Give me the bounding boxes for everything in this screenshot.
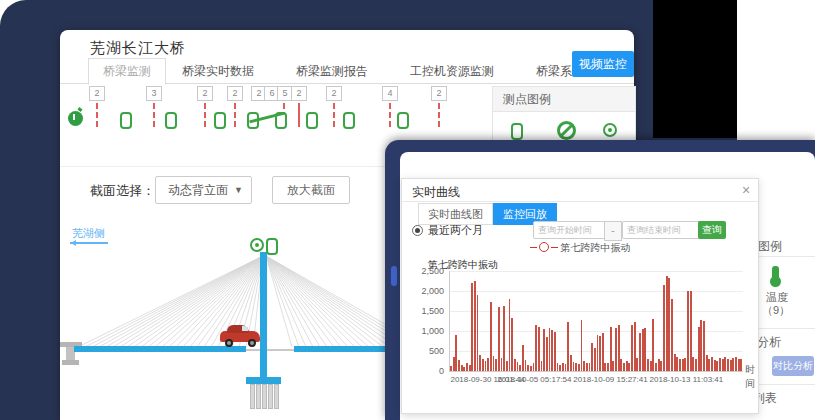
gridline: [450, 271, 743, 272]
y-tick-label: 2,000: [406, 286, 444, 296]
bridge-tower: [260, 252, 267, 379]
car-windshield: [242, 326, 248, 331]
sensor-count-badge: 2: [197, 86, 213, 101]
query-button[interactable]: 查询: [698, 221, 726, 239]
link-sensor-icon: [214, 112, 226, 129]
gridline: [450, 291, 743, 292]
camera-icon: [603, 123, 617, 137]
link-sensor-icon: [397, 112, 409, 129]
tab-3[interactable]: 桥梁监测报告: [282, 59, 382, 83]
temperature-count: （9）: [762, 303, 790, 318]
abutment-base: [62, 360, 79, 365]
background-window-corner: [737, 0, 815, 140]
sensor-count-badge: 2: [291, 86, 307, 101]
bridge-deck-left: [74, 346, 246, 352]
tower-camera-icon: [250, 238, 264, 252]
section-select-label: 截面选择：: [90, 182, 155, 200]
sensor-count-badge: 2: [431, 86, 447, 101]
chevron-down-icon: ▼: [222, 177, 243, 203]
dialog-title: 实时曲线: [412, 184, 460, 201]
thermometer-icon: [772, 266, 779, 279]
tower-sensor-icon: [266, 238, 278, 255]
link-sensor-icon: [165, 112, 177, 129]
chart-plot-area: [449, 271, 743, 372]
realtime-curve-dialog: 实时曲线 × 实时曲线图监控回放 最近两个月 - 查询 第七跨跨中振动 第七跨跨…: [401, 178, 759, 414]
gridline: [450, 311, 743, 312]
enlarge-section-button[interactable]: 放大截面: [272, 176, 350, 204]
y-tick-label: 1,000: [406, 326, 444, 336]
black-area: [653, 0, 737, 138]
link-sensor-icon: [306, 112, 318, 129]
sensor-dash-line: [234, 103, 236, 127]
x-axis-label: 时间: [745, 363, 758, 391]
y-tick-label: 1,500: [406, 306, 444, 316]
close-icon[interactable]: ×: [742, 182, 750, 198]
divider: [402, 201, 758, 202]
video-monitor-button[interactable]: 视频监控: [572, 51, 634, 77]
sensor-dash-line: [204, 103, 206, 127]
x-tick-label: 2018-10-05 05:17:54: [497, 375, 571, 384]
car-wheel: [225, 339, 233, 347]
legend-panel-title: 测点图例: [493, 87, 635, 112]
sensor-dash-line: [389, 103, 391, 127]
dialog-tab-1[interactable]: 实时曲线图: [418, 203, 493, 225]
bridge-deck-joint: [246, 349, 294, 351]
link-icon: [511, 123, 523, 140]
x-tick-label: 2018-10-09 15:27:41: [573, 375, 647, 384]
scrollbar-thumb[interactable]: [391, 266, 397, 286]
y-tick-label: 0: [406, 366, 444, 376]
radio-label: 最近两个月: [428, 223, 483, 238]
main-tabbar: 桥梁监测桥梁实时数据桥梁监测报告工控机资源监测桥梁系统报警: [60, 56, 634, 84]
pile: [256, 384, 261, 409]
last-two-months-radio[interactable]: [412, 225, 423, 236]
query-end-input[interactable]: [622, 221, 702, 239]
sensor-dash-line: [333, 103, 335, 127]
sensor-count-badge: 3: [146, 86, 162, 101]
sensor-dash-line: [438, 103, 440, 127]
sensor-count-badge: 4: [382, 86, 398, 101]
tab-4[interactable]: 工控机资源监测: [396, 59, 508, 83]
pile-cap: [246, 377, 281, 384]
screen: 芜湖长江大桥 桥梁监测桥梁实时数据桥梁监测报告工控机资源监测桥梁系统报警 视频监…: [0, 0, 815, 420]
x-tick-label: 2018-10-13 11:03:41: [650, 375, 724, 384]
bridge-schematic: [60, 236, 430, 420]
clock-icon: [68, 111, 83, 126]
tab-2[interactable]: 桥梁实时数据: [168, 59, 268, 83]
chart-legend: 第七跨跨中振动: [402, 241, 758, 255]
range-separator: -: [604, 221, 622, 241]
sensor-dash-line: [153, 103, 155, 127]
link-sensor-icon: [343, 112, 355, 129]
sensor-dash-line: [96, 103, 98, 127]
tab-1[interactable]: 桥梁监测: [88, 58, 166, 85]
legend-label: 第七跨跨中振动: [560, 242, 630, 253]
legend-line: [530, 247, 537, 248]
section-select-value: 动态背立面: [168, 183, 228, 197]
pile: [262, 384, 267, 409]
sensor-count-badge: 2: [89, 86, 105, 101]
car-wheel: [248, 339, 256, 347]
legend-marker-icon: [539, 242, 549, 252]
sensor-count-badge: 2: [227, 86, 243, 101]
y-tick-label: 500: [406, 346, 444, 356]
pile: [250, 384, 255, 409]
compare-button[interactable]: 对比分析: [772, 356, 814, 376]
pile: [268, 384, 273, 409]
pile: [274, 384, 279, 409]
query-start-input[interactable]: [533, 221, 613, 239]
link-sensor-icon: [120, 112, 132, 129]
prohibit-icon: [557, 121, 576, 140]
y-tick-label: 2,500: [406, 266, 444, 276]
legend-line: [551, 247, 558, 248]
sensor-count-badge: 2: [326, 86, 342, 101]
sensor-dash-line: [298, 103, 300, 127]
section-select-dropdown[interactable]: 动态背立面 ▼: [155, 176, 252, 204]
